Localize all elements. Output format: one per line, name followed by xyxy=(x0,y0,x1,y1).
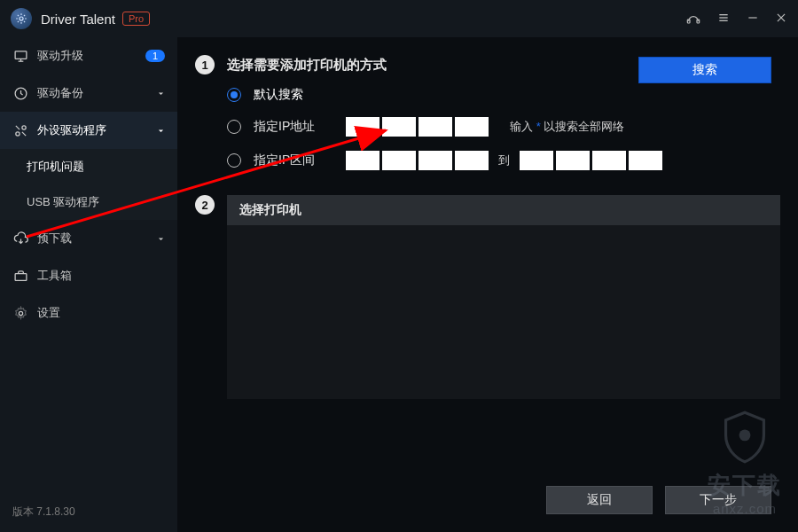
svg-point-17 xyxy=(739,429,751,441)
gear-icon xyxy=(12,305,28,321)
ip-segment-input[interactable] xyxy=(455,117,489,137)
peripheral-icon xyxy=(12,122,28,138)
app-name: Driver Talent xyxy=(41,12,115,27)
footer-buttons: 返回 下一步 xyxy=(546,486,771,514)
app-logo-icon xyxy=(11,8,32,29)
support-icon[interactable] xyxy=(686,11,700,27)
sidebar-item-predownload[interactable]: 预下载 xyxy=(0,220,177,257)
option-label: 指定IP地址 xyxy=(254,119,333,135)
sidebar-item-toolbox[interactable]: 工具箱 xyxy=(0,257,177,294)
chevron-down-icon xyxy=(156,235,165,243)
chevron-down-icon xyxy=(156,90,165,98)
printer-list-panel: 选择打印机 xyxy=(227,195,780,399)
options-group: 默认搜索 指定IP地址 输入 * 以搜索全部网络 指定IP区间 xyxy=(227,87,780,170)
step2-section: 2 选择打印机 xyxy=(195,195,780,399)
cloud-download-icon xyxy=(12,231,28,246)
back-button[interactable]: 返回 xyxy=(546,486,653,514)
sidebar-sub-printer-issue[interactable]: 打印机问题 xyxy=(0,149,177,184)
radio-icon[interactable] xyxy=(227,120,241,134)
sidebar-item-label: 驱动升级 xyxy=(37,48,145,64)
version-label: 版本 7.1.8.30 xyxy=(0,492,177,532)
svg-point-16 xyxy=(19,311,22,315)
sidebar-sub-usb-driver[interactable]: USB 驱动程序 xyxy=(0,184,177,220)
option-label: 默认搜索 xyxy=(254,87,333,103)
sidebar: 驱动升级 1 驱动备份 外设驱动程序 打印机问题 USB 驱动程序 xyxy=(0,37,177,532)
step2-title: 选择打印机 xyxy=(227,195,780,225)
option-label: 指定IP区间 xyxy=(254,153,333,168)
range-separator: 到 xyxy=(498,153,510,168)
pro-badge: Pro xyxy=(122,12,150,26)
titlebar: Driver Talent Pro xyxy=(0,0,798,37)
radio-icon[interactable] xyxy=(227,88,241,102)
minimize-icon[interactable] xyxy=(747,12,759,27)
step1-title: 选择需要添加打印机的方式 xyxy=(227,57,387,74)
badge-count: 1 xyxy=(145,50,165,62)
ip-segment-input[interactable] xyxy=(455,151,489,170)
radio-icon[interactable] xyxy=(227,153,241,168)
chevron-down-icon xyxy=(156,127,165,135)
window-controls xyxy=(686,11,787,27)
svg-rect-15 xyxy=(15,273,27,280)
sidebar-item-label: 设置 xyxy=(37,305,165,321)
sidebar-item-label: 预下载 xyxy=(37,231,151,246)
ip-segment-input[interactable] xyxy=(419,151,452,170)
ip-input-group xyxy=(346,117,489,137)
ip-segment-input[interactable] xyxy=(382,117,416,137)
ip-segment-input[interactable] xyxy=(419,117,452,137)
ip-range-group: 到 xyxy=(346,151,662,170)
ip-segment-input[interactable] xyxy=(629,151,662,170)
option-default-search[interactable]: 默认搜索 xyxy=(227,87,780,103)
option-specify-ip[interactable]: 指定IP地址 输入 * 以搜索全部网络 xyxy=(227,117,780,137)
step1-number: 1 xyxy=(195,55,215,74)
ip-segment-input[interactable] xyxy=(346,151,379,170)
svg-point-14 xyxy=(21,125,25,129)
sidebar-item-driver-backup[interactable]: 驱动备份 xyxy=(0,74,177,112)
sidebar-item-peripheral-drivers[interactable]: 外设驱动程序 xyxy=(0,112,177,149)
toolbox-icon xyxy=(12,268,28,284)
sidebar-item-label: 外设驱动程序 xyxy=(37,122,151,138)
sidebar-item-label: 打印机问题 xyxy=(27,159,84,175)
option-ip-range[interactable]: 指定IP区间 到 xyxy=(227,151,780,170)
sidebar-item-settings[interactable]: 设置 xyxy=(0,294,177,332)
close-icon[interactable] xyxy=(775,12,787,27)
sidebar-item-driver-upgrade[interactable]: 驱动升级 1 xyxy=(0,37,177,74)
svg-point-13 xyxy=(15,131,19,135)
svg-point-0 xyxy=(20,17,23,20)
sidebar-item-label: 驱动备份 xyxy=(37,85,151,101)
svg-rect-9 xyxy=(15,51,27,59)
ip-segment-input[interactable] xyxy=(556,151,590,170)
ip-segment-input[interactable] xyxy=(520,151,553,170)
ip-segment-input[interactable] xyxy=(382,151,416,170)
shield-icon xyxy=(721,411,769,464)
ip-segment-input[interactable] xyxy=(592,151,626,170)
step2-number: 2 xyxy=(195,195,215,215)
ip-segment-input[interactable] xyxy=(346,117,379,137)
ip-hint: 输入 * 以搜索全部网络 xyxy=(510,119,624,135)
main-content: 搜索 1 选择需要添加打印机的方式 默认搜索 指定IP地址 输入 * xyxy=(177,37,798,532)
monitor-icon xyxy=(12,48,28,64)
next-button[interactable]: 下一步 xyxy=(665,486,771,514)
backup-icon xyxy=(12,85,28,101)
sidebar-item-label: USB 驱动程序 xyxy=(27,194,99,210)
menu-icon[interactable] xyxy=(716,11,731,27)
search-button[interactable]: 搜索 xyxy=(638,57,771,83)
sidebar-item-label: 工具箱 xyxy=(37,268,165,284)
